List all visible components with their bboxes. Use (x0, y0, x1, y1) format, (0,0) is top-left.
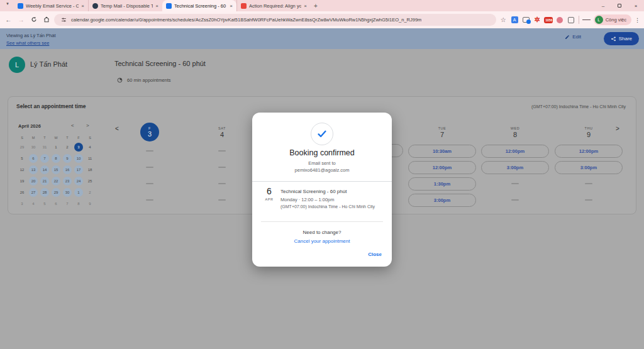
translate-icon[interactable]: A (511, 16, 519, 24)
calendar-day-number: 3 (21, 202, 23, 206)
edit-button[interactable]: Edit (565, 34, 581, 40)
mini-calendar-prev-icon[interactable]: < (71, 123, 74, 128)
calendar-day[interactable]: 17 (73, 164, 84, 175)
time-slot-button[interactable]: 1:30pm (408, 177, 476, 191)
extension-asterisk-icon[interactable]: ✲ (533, 16, 541, 24)
calendar-day[interactable]: 18 (84, 164, 96, 175)
time-slot-button[interactable]: 12:00pm (555, 145, 623, 158)
day-name: THU (585, 126, 593, 130)
browser-menu-icon[interactable]: ⋮ (635, 17, 640, 23)
extensions-puzzle-icon[interactable] (567, 16, 575, 24)
calendar-day[interactable]: 10 (73, 153, 84, 164)
calendar-day[interactable]: 3 (73, 141, 84, 153)
extension-badge-icon[interactable]: 1056 (545, 16, 553, 24)
calendar-day[interactable]: 24 (73, 175, 84, 187)
cast-icon[interactable] (522, 16, 530, 24)
tab-close-icon[interactable]: × (81, 3, 84, 9)
calendar-day[interactable]: 29 (16, 141, 28, 153)
calendar-day[interactable]: 7 (39, 153, 50, 164)
time-slot-button[interactable]: 3:00pm (408, 194, 476, 207)
day-column-header[interactable]: WED8 (479, 121, 551, 143)
browser-tab[interactable]: Temp Mail - Disposable Tempo× (88, 0, 162, 11)
calendar-day[interactable]: 11 (84, 153, 96, 164)
new-tab-button[interactable]: + (311, 3, 321, 9)
url-text[interactable]: calendar.google.com/calendar/u/0/appoint… (71, 17, 421, 23)
weekday-label: S (84, 134, 96, 141)
calendar-day[interactable]: 22 (50, 175, 62, 187)
calendar-day[interactable]: 7 (62, 198, 73, 209)
calendar-day[interactable]: 2 (62, 141, 73, 153)
calendar-day[interactable]: 23 (62, 175, 73, 187)
calendar-day[interactable]: 21 (39, 175, 50, 187)
calendar-day-number: 9 (66, 157, 68, 160)
puzzle-glyph (568, 17, 574, 23)
time-slot-button[interactable]: 3:00pm (555, 161, 623, 174)
calendar-day[interactable]: 9 (62, 153, 73, 164)
url-bar[interactable]: calendar.google.com/calendar/u/0/appoint… (54, 14, 496, 26)
time-slot-button[interactable]: 12:00pm (408, 161, 476, 174)
day-column-header[interactable]: THU9 (553, 121, 625, 143)
time-slot-button[interactable]: 3:00pm (481, 161, 549, 174)
calendar-day[interactable]: 30 (28, 141, 39, 153)
maximize-button[interactable] (611, 0, 628, 11)
calendar-day[interactable]: 4 (28, 198, 39, 209)
browser-tab[interactable]: Weebly Email Service - Calenda× (14, 0, 88, 11)
calendar-day[interactable]: 15 (50, 164, 62, 175)
duration-clock-icon (117, 77, 123, 83)
home-icon[interactable] (42, 16, 51, 24)
profile-chip[interactable]: L Công việc (594, 14, 631, 25)
calendar-day[interactable]: 3 (16, 198, 28, 209)
calendar-day[interactable]: 9 (84, 198, 96, 209)
share-button[interactable]: Share (604, 32, 639, 45)
close-window-button[interactable]: × (628, 0, 644, 11)
tab-search-caret-icon[interactable]: ▾ (3, 1, 13, 10)
see-what-others-see-link[interactable]: See what others see (6, 40, 49, 46)
calendar-day[interactable]: 25 (84, 175, 96, 187)
calendar-day[interactable]: 14 (39, 164, 50, 175)
forward-icon[interactable]: → (16, 16, 26, 23)
calendar-day[interactable]: 4 (84, 141, 96, 153)
day-column-header[interactable]: SAT4 (186, 121, 258, 143)
time-slot-button[interactable]: 12:00pm (481, 145, 549, 158)
calendar-day[interactable]: 19 (16, 175, 28, 187)
calendar-day[interactable]: 12 (16, 164, 28, 175)
calendar-day[interactable]: 29 (50, 187, 62, 198)
calendar-day[interactable]: 1 (73, 187, 84, 198)
close-dialog-button[interactable]: Close (368, 252, 382, 257)
reload-icon[interactable] (29, 16, 38, 24)
time-slot-button[interactable]: 10:30am (408, 145, 476, 158)
calendar-day[interactable]: 26 (16, 187, 28, 198)
slot-row (553, 175, 625, 192)
day-column-header[interactable]: TUE7 (406, 121, 478, 143)
reading-list-icon[interactable] (582, 16, 591, 24)
calendar-day[interactable]: 6 (28, 153, 39, 164)
calendar-day[interactable]: 27 (28, 187, 39, 198)
cancel-appointment-link[interactable]: Cancel your appointment (252, 238, 392, 244)
calendar-day[interactable]: 16 (62, 164, 73, 175)
calendar-day[interactable]: 5 (39, 198, 50, 209)
site-settings-icon[interactable] (60, 16, 68, 24)
calendar-day[interactable]: 1 (50, 141, 62, 153)
calendar-day[interactable]: 30 (62, 187, 73, 198)
calendar-day[interactable]: 28 (39, 187, 50, 198)
extension-magnifier-icon[interactable] (556, 16, 564, 24)
day-column-header[interactable]: F3 (114, 121, 186, 143)
calendar-day[interactable]: 20 (28, 175, 39, 187)
calendar-day[interactable]: 13 (28, 164, 39, 175)
calendar-day-number: 13 (31, 168, 36, 172)
mini-calendar-next-icon[interactable]: > (86, 123, 89, 128)
tab-close-icon[interactable]: × (155, 3, 158, 9)
minimize-button[interactable]: – (595, 0, 611, 11)
calendar-day[interactable]: 8 (50, 153, 62, 164)
bookmark-star-icon[interactable]: ☆ (499, 16, 508, 24)
calendar-day[interactable]: 6 (50, 198, 62, 209)
calendar-day[interactable]: 31 (39, 141, 50, 153)
browser-tab[interactable]: Technical Screening - 60 phút× (162, 0, 236, 11)
browser-tab[interactable]: Action Required: Align your sch× (236, 0, 311, 11)
tab-close-icon[interactable]: × (230, 3, 233, 9)
calendar-day[interactable]: 8 (73, 198, 84, 209)
calendar-day[interactable]: 2 (84, 187, 96, 198)
tab-close-icon[interactable]: × (304, 3, 307, 9)
back-icon[interactable]: ← (4, 16, 13, 23)
calendar-day[interactable]: 5 (16, 153, 28, 164)
